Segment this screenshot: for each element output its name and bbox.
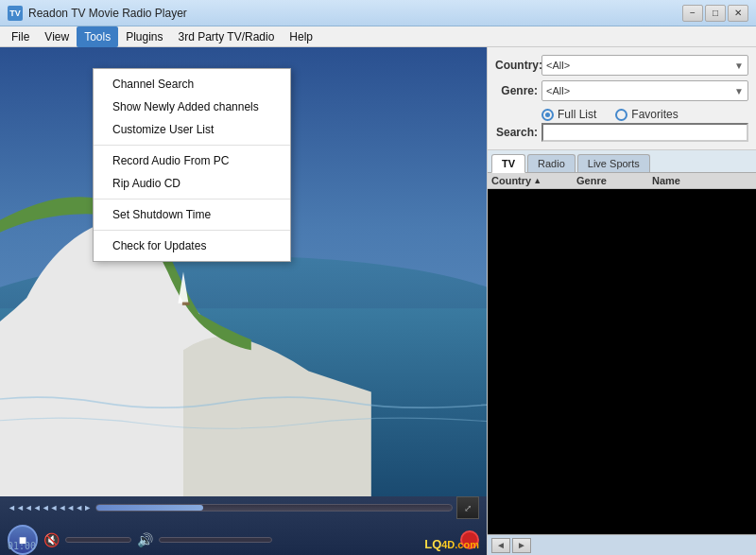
genre-filter-row: Genre: <All> ▼ [495,80,748,101]
tabs-bar: TV Radio Live Sports [488,150,756,173]
country-select[interactable]: <All> ▼ [541,55,748,76]
app-icon: TV [8,6,23,21]
search-label: Search: [495,126,538,139]
dropdown-record-audio[interactable]: Record Audio From PC [94,149,290,172]
col-header-genre[interactable]: Genre [576,175,652,186]
progress-fill [96,505,203,511]
divider-3 [94,230,290,231]
full-list-radio-circle [541,109,554,121]
progress-track[interactable] [95,504,453,512]
master-volume-track[interactable] [159,537,272,543]
col-header-name[interactable]: Name [652,175,752,186]
progress-hint-label: ◄◄◄◄◄◄◄◄◄► [8,503,92,512]
menu-file[interactable]: File [4,26,37,47]
volume-icon[interactable]: 🔊 [137,532,153,547]
full-list-radio[interactable]: Full List [541,108,596,121]
time-display: 01:00 [8,541,36,551]
menu-tools[interactable]: Tools [77,26,118,47]
tab-radio[interactable]: Radio [527,154,576,172]
menu-help[interactable]: Help [282,26,320,47]
search-row: Search: [495,123,748,142]
window-title: Readon TV Movie Radio Player [28,7,682,20]
country-sort-arrow: ▲ [533,176,541,185]
col-header-country[interactable]: Country ▲ [491,175,576,186]
right-panel: Country: <All> ▼ Genre: <All> ▼ Full Lis… [487,47,756,555]
dropdown-customize-user-list[interactable]: Customize User List [94,118,290,141]
dropdown-show-newly-added[interactable]: Show Newly Added channels [94,95,290,118]
close-button[interactable]: ✕ [728,5,748,22]
tab-live-sports[interactable]: Live Sports [577,154,650,172]
genre-label: Genre: [495,84,538,97]
channel-list-header: Country ▲ Genre Name [488,173,756,189]
logo-watermark: LQ4D.com [424,537,479,551]
main-container: Channel Search Show Newly Added channels… [0,47,756,555]
menu-bar: File View Tools Plugins 3rd Party TV/Rad… [0,26,756,47]
mute-icon[interactable]: 🔇 [43,532,60,547]
search-input[interactable] [541,123,748,142]
divider-1 [94,145,290,146]
dropdown-set-shutdown[interactable]: Set Shutdown Time [94,203,290,226]
genre-dropdown-arrow: ▼ [734,86,744,96]
list-type-radio: Full List Favorites [541,106,748,123]
divider-2 [94,199,290,199]
svg-rect-4 [182,303,190,305]
menu-view[interactable]: View [37,26,77,47]
country-dropdown-arrow: ▼ [734,61,744,71]
nav-prev-button[interactable]: ◄ [491,538,510,553]
menu-plugins[interactable]: Plugins [118,26,170,47]
video-area: Channel Search Show Newly Added channels… [0,47,487,555]
controls-row: ■ 🔇 🔊 [8,525,479,555]
controls-bar: ◄◄◄◄◄◄◄◄◄► ⤢ ■ 🔇 🔊 01:00 LQ4D.com [0,496,487,555]
fullscreen-button[interactable]: ⤢ [456,496,479,519]
tools-dropdown: Channel Search Show Newly Added channels… [93,68,291,262]
menu-3rdparty[interactable]: 3rd Party TV/Radio [171,26,283,47]
maximize-button[interactable]: □ [705,5,726,22]
dropdown-rip-audio-cd[interactable]: Rip Audio CD [94,172,290,195]
favorites-label: Favorites [631,108,678,121]
favorites-radio-circle [615,109,627,121]
country-filter-row: Country: <All> ▼ [495,55,748,76]
full-list-label: Full List [558,108,596,121]
channel-list-body[interactable] [488,189,756,534]
dropdown-channel-search[interactable]: Channel Search [94,73,290,95]
video-content: Channel Search Show Newly Added channels… [0,47,487,496]
progress-container: ◄◄◄◄◄◄◄◄◄► ⤢ [8,496,479,519]
filter-section: Country: <All> ▼ Genre: <All> ▼ Full Lis… [488,47,756,150]
genre-select[interactable]: <All> ▼ [541,80,748,101]
bottom-nav: ◄ ► [488,534,756,555]
minimize-button[interactable]: − [682,5,703,22]
volume-track[interactable] [65,537,131,543]
nav-next-button[interactable]: ► [512,538,531,553]
country-label: Country: [495,59,538,72]
dropdown-check-updates[interactable]: Check for Updates [94,234,290,257]
tab-tv[interactable]: TV [491,154,525,173]
favorites-radio[interactable]: Favorites [615,108,678,121]
window-controls: − □ ✕ [682,5,748,22]
title-bar: TV Readon TV Movie Radio Player − □ ✕ [0,0,756,26]
